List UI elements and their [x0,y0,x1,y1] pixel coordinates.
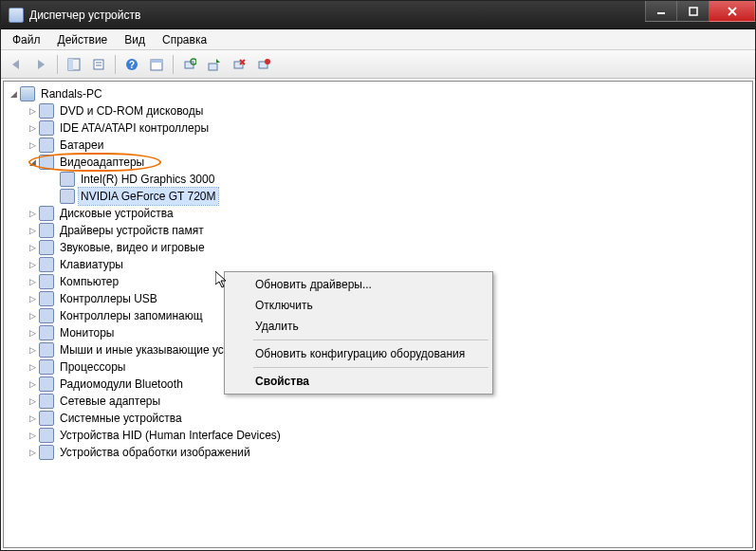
disable-button[interactable] [252,53,275,76]
tree-item-label: Системные устройства [58,410,184,427]
tree-item-label: Радиомодули Bluetooth [58,376,185,393]
expand-icon[interactable]: ◢ [27,156,38,168]
properties-button[interactable] [87,53,110,76]
tree-item[interactable]: ▷IDE ATA/ATAPI контроллеры [27,119,750,137]
svg-rect-1 [690,8,697,15]
device-category-icon [39,291,54,306]
tree-item[interactable]: ▷Системные устройства [27,410,750,427]
expand-icon[interactable]: ▷ [27,225,38,236]
tree-item-label: Устройства HID (Human Interface Devices) [58,427,283,444]
svg-rect-14 [151,60,162,63]
tree-item[interactable]: ▷Батареи [27,137,750,154]
tree-item-label: Устройства обработки изображений [58,444,252,461]
tree-item-label: Звуковые, видео и игровые [58,239,207,256]
expand-icon[interactable]: ▷ [27,344,38,356]
collapse-icon[interactable]: ◢ [8,88,19,100]
expand-icon[interactable]: ▷ [27,447,38,458]
expand-icon[interactable]: ▷ [27,276,38,287]
show-hide-tree-button[interactable] [63,53,85,76]
tree-item[interactable]: ▷Устройства HID (Human Interface Devices… [27,427,750,444]
device-category-icon [39,240,54,255]
maximize-button[interactable] [677,1,710,22]
context-delete[interactable]: Удалить [227,316,490,337]
expand-icon[interactable]: ▷ [27,395,38,407]
forward-button[interactable] [29,53,52,76]
tree-item[interactable]: ◢Видеоадаптеры [27,154,750,171]
scan-hardware-button[interactable] [178,53,201,76]
toolbar-separator [115,55,116,74]
expand-icon[interactable]: ▷ [27,208,38,219]
tree-item-label: DVD и CD-ROM дисководы [58,102,205,119]
device-category-icon [39,445,54,460]
device-manager-window: Диспетчер устройств Файл Действие Вид Сп… [0,0,756,551]
context-disable[interactable]: Отключить [227,295,490,316]
context-properties[interactable]: Свойства [227,371,490,392]
menubar: Файл Действие Вид Справка [1,29,755,50]
expand-icon[interactable]: ▷ [27,430,38,441]
device-category-icon [39,308,54,323]
menu-file[interactable]: Файл [5,31,48,48]
tree-item-label: Контроллеры USB [58,290,159,307]
expand-icon[interactable]: ▷ [27,327,38,339]
expand-icon[interactable]: ▷ [27,413,38,424]
back-button[interactable] [5,53,28,76]
calendar-button[interactable] [145,53,168,76]
menu-action[interactable]: Действие [50,31,116,48]
tree-item[interactable]: ▷Сетевые адаптеры [27,393,750,410]
minimize-button[interactable] [645,1,677,22]
expand-icon[interactable]: ▷ [27,139,38,151]
tree-pane[interactable]: ◢ Randals-PC ▷DVD и CD-ROM дисководы▷IDE… [3,81,753,548]
toolbar: ? [1,50,755,79]
device-category-icon [39,411,54,426]
device-category-icon [39,206,54,221]
tree-item[interactable]: ▷DVD и CD-ROM дисководы [27,102,750,119]
svg-text:?: ? [129,60,135,70]
device-category-icon [39,274,54,289]
device-category-icon [39,120,54,136]
menu-help[interactable]: Справка [155,31,214,48]
svg-rect-8 [94,60,103,69]
tree-item-label: Клавиатуры [58,256,125,273]
uninstall-button[interactable] [228,53,250,76]
context-update-drivers[interactable]: Обновить драйверы... [227,274,490,295]
device-category-icon [39,138,54,153]
tree-item[interactable]: ▷Дисковые устройства [27,205,750,222]
tree-item[interactable]: ▷Звуковые, видео и игровые [27,239,750,256]
device-category-icon [39,359,54,375]
device-category-icon [39,103,54,119]
device-category-icon [39,394,54,409]
context-separator [253,340,489,340]
expand-icon[interactable]: ▷ [27,259,38,270]
help-button[interactable]: ? [120,53,143,76]
close-button[interactable] [710,1,755,22]
window-title: Диспетчер устройств [29,9,645,22]
tree-root-label: Randals-PC [39,85,104,102]
tree-item[interactable]: ▷Intel(R) HD Graphics 3000 [47,171,750,188]
tree-item-label: Intel(R) HD Graphics 3000 [79,171,216,188]
tree-item-label: Контроллеры запоминающ [58,307,205,324]
svg-marker-4 [12,60,19,69]
expand-icon[interactable]: ▷ [27,122,38,134]
context-scan-hardware[interactable]: Обновить конфигурацию оборудования [227,343,490,364]
tree-item-label: IDE ATA/ATAPI контроллеры [58,119,211,137]
expand-icon[interactable]: ▷ [27,105,38,117]
device-category-icon [39,257,54,272]
tree-item[interactable]: ▷Драйверы устройств памят [27,222,750,239]
tree-item[interactable]: ▷Устройства обработки изображений [27,444,750,461]
display-adapter-icon [60,189,75,204]
computer-icon [20,86,35,101]
tree-item-selected[interactable]: ▷NVIDIA GeForce GT 720M [47,188,750,205]
toolbar-separator [57,55,58,74]
tree-root[interactable]: ◢ Randals-PC [6,85,750,102]
context-menu: Обновить драйверы... Отключить Удалить О… [224,271,493,395]
menu-view[interactable]: Вид [117,31,153,48]
expand-icon[interactable]: ▷ [27,361,38,373]
expand-icon[interactable]: ▷ [27,293,38,304]
expand-icon[interactable]: ▷ [27,378,38,390]
expand-icon[interactable]: ▷ [27,310,38,321]
update-driver-button[interactable] [203,53,226,76]
tree-item-label: Компьютер [58,273,120,290]
expand-icon[interactable]: ▷ [27,242,38,253]
svg-marker-18 [216,59,220,63]
device-category-icon [39,155,54,170]
